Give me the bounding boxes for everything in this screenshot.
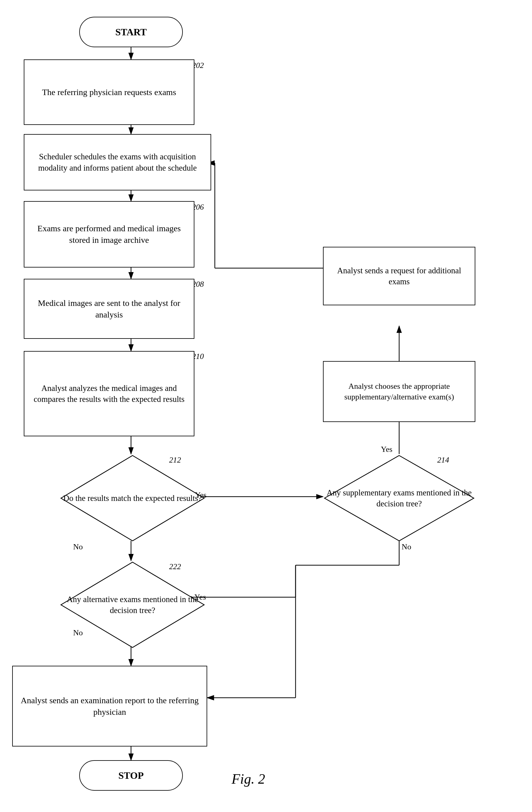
box220-text: Analyst sends an examination report to t… <box>18 695 202 718</box>
box208-text: Medical images are sent to the analyst f… <box>29 298 189 320</box>
stop-oval: STOP <box>79 760 183 791</box>
stop-label: STOP <box>118 770 144 781</box>
diamond-214: Any supplementary exams mentioned in the… <box>323 454 475 542</box>
label-214: 214 <box>437 455 449 465</box>
figure-label: Fig. 2 <box>232 771 265 787</box>
diamond214-no: No <box>402 542 411 551</box>
box-206: Exams are performed and medical images s… <box>24 201 195 267</box>
box216-text: Analyst chooses the appropriate suppleme… <box>329 381 470 402</box>
diamond214-yes: Yes <box>381 445 392 454</box>
box218-text: Analyst sends a request for additional e… <box>329 265 470 287</box>
box-204: Scheduler schedules the exams with acqui… <box>24 134 211 190</box>
box206-text: Exams are performed and medical images s… <box>29 223 189 246</box>
diamond222-no: No <box>73 628 83 637</box>
box-208: Medical images are sent to the analyst f… <box>24 279 195 339</box>
box-220: Analyst sends an examination report to t… <box>12 666 207 746</box>
box204-text: Scheduler schedules the exams with acqui… <box>29 151 206 173</box>
box-210: Analyst analyzes the medical images and … <box>24 351 195 436</box>
box210-text: Analyst analyzes the medical images and … <box>29 383 189 405</box>
diamond212-text: Do the results match the expected result… <box>61 490 204 506</box>
box202-text: The referring physician requests exams <box>42 87 176 98</box>
diamond214-text: Any supplementary exams mentioned in the… <box>323 485 475 512</box>
start-oval: START <box>79 17 183 47</box>
diamond222-text: Any alternative exams mentioned in the d… <box>59 591 206 619</box>
box-216: Analyst chooses the appropriate suppleme… <box>323 361 475 422</box>
box-218: Analyst sends a request for additional e… <box>323 247 475 305</box>
start-label: START <box>115 27 146 38</box>
diamond-212: Do the results match the expected result… <box>59 454 206 542</box>
diamond212-no: No <box>73 542 83 551</box>
flowchart-diagram: START 202 The referring physician reques… <box>0 0 532 812</box>
label-212: 212 <box>169 455 181 465</box>
box-202: The referring physician requests exams <box>24 59 195 125</box>
label-222: 222 <box>169 562 181 571</box>
